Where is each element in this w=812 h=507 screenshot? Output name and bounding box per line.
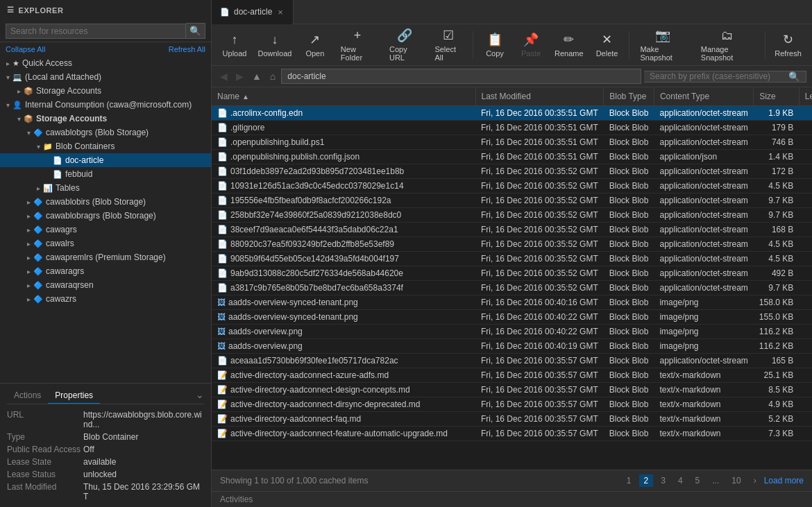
- tree-item-storage-accounts[interactable]: ▾ 📦 Storage Accounts: [0, 112, 211, 126]
- table-row[interactable]: 📄880920c37ea5f093249bf2edb2ffb85e53ef89 …: [212, 237, 812, 252]
- table-row[interactable]: 📄195556e4fb5fbeaf0db9f8acfcf200266c192a …: [212, 194, 812, 208]
- rename-button[interactable]: ✏ Rename: [550, 29, 589, 60]
- tree-item-quick-access[interactable]: ▸ ★ Quick Access: [0, 56, 211, 70]
- cell-name: 🖼aadds-overview.png: [212, 325, 475, 339]
- cell-blob-type: Block Blob: [604, 208, 654, 223]
- page-ellipsis[interactable]: ...: [707, 474, 724, 487]
- table-row[interactable]: 📄aceaaa1d5730bb69f30fee1fe05717dca782ac …: [212, 354, 812, 368]
- table-row[interactable]: 📄10931e126d51ac3d9c0c45edcc0378029e1c14 …: [212, 179, 812, 194]
- bottom-panel-close[interactable]: ⌄: [196, 389, 204, 400]
- table-row[interactable]: 🖼aadds-overview.png Fri, 16 Dec 2016 00:…: [212, 339, 812, 354]
- page-2-button[interactable]: 2: [639, 474, 654, 487]
- refresh-icon: ↻: [783, 32, 793, 47]
- tree-item-blob-containers[interactable]: ▾ 📁 Blob Containers: [0, 139, 211, 153]
- up-button[interactable]: ▲: [249, 69, 264, 83]
- cell-content-type: application/octet-stream: [654, 223, 753, 237]
- cell-blob-type: Block Blob: [604, 179, 654, 194]
- cell-blob-type: Block Blob: [604, 354, 654, 368]
- page-next-button[interactable]: ›: [749, 474, 761, 487]
- page-10-button[interactable]: 10: [727, 474, 745, 487]
- path-input[interactable]: [281, 69, 641, 84]
- cell-content-type: text/x-markdown: [654, 412, 753, 427]
- tree-item-doc-article[interactable]: 📄 doc-article: [0, 153, 211, 167]
- tree-item-cawablobirs[interactable]: ▸ 🔷 cawablobirs (Blob Storage): [0, 195, 211, 209]
- col-name[interactable]: Name ▲: [212, 87, 475, 106]
- table-row[interactable]: 📝active-directory-aadconnect-azure-adfs.…: [212, 368, 812, 383]
- col-content-type[interactable]: Content Type: [654, 87, 753, 106]
- prefix-search-button[interactable]: 🔍: [788, 71, 800, 82]
- tree-item-cawaraqrsen[interactable]: ▸ 🔷 cawaraqrsen: [0, 278, 211, 292]
- table-row[interactable]: 📝active-directory-aadconnect-dirsync-dep…: [212, 397, 812, 412]
- load-more-button[interactable]: Load more: [764, 476, 804, 485]
- copy-button[interactable]: 📋 Copy: [477, 29, 512, 60]
- tree-item-cawagrs[interactable]: ▸ 🔷 cawagrs: [0, 223, 211, 237]
- table-row[interactable]: 🖼aadds-overview-synced-tenant.png Fri, 1…: [212, 295, 812, 310]
- cell-name: 📄9ab9d313088c280c5df276334de568ab44620e: [212, 266, 475, 281]
- manage-snapshot-button[interactable]: 🗂 Manage Snapshot: [694, 26, 761, 65]
- tree-item-cawaragrs[interactable]: ▸ 🔷 cawaragrs: [0, 264, 211, 278]
- tree-item-febbuid[interactable]: 📄 febbuid: [0, 167, 211, 181]
- page-1-button[interactable]: 1: [622, 474, 636, 487]
- table-row[interactable]: 📄03f1ddeb3897e2ad2d93b895d7203481ee1b8b …: [212, 164, 812, 179]
- page-4-button[interactable]: 4: [673, 474, 688, 487]
- page-5-button[interactable]: 5: [691, 474, 705, 487]
- tree-item-cawapremlrs[interactable]: ▸ 🔷 cawapremlrs (Premium Storage): [0, 250, 211, 264]
- blob-icon: 🔷: [33, 225, 43, 234]
- tree-item-internal-consumption[interactable]: ▾ 👤 Internal Consumption (cawa@microsoft…: [0, 98, 211, 112]
- tree-item-cawablobragrs[interactable]: ▸ 🔷 cawablobragrs (Blob Storage): [0, 209, 211, 223]
- make-snapshot-button[interactable]: 📷 Make Snapshot: [633, 25, 692, 65]
- table-row[interactable]: 📄9ab9d313088c280c5df276334de568ab44620e …: [212, 266, 812, 281]
- col-lease-state[interactable]: Lease State: [799, 87, 812, 106]
- table-row[interactable]: 📄.openpublishing.build.ps1 Fri, 16 Dec 2…: [212, 135, 812, 150]
- download-button[interactable]: ↓ Download: [253, 30, 296, 60]
- table-row[interactable]: 📄9085b9f64d55eb05ce142d439a5fd4b004f197 …: [212, 252, 812, 266]
- file-type-icon: 📄: [217, 239, 228, 249]
- tree-item-local[interactable]: ▾ 💻 (Local and Attached): [0, 70, 211, 84]
- cell-modified: Fri, 16 Dec 2016 00:35:52 GMT: [475, 252, 604, 266]
- tab-doc-article[interactable]: 📄 doc-article ×: [212, 0, 294, 24]
- tree-item-cawalrs[interactable]: ▸ 🔷 cawalrs: [0, 237, 211, 250]
- back-button[interactable]: ◀: [217, 69, 230, 83]
- col-last-modified[interactable]: Last Modified: [475, 87, 604, 106]
- table-row[interactable]: 📝active-directory-aadconnect-faq.md Fri,…: [212, 412, 812, 427]
- table-row[interactable]: 🖼aadds-overview-synced-tenant.png Fri, 1…: [212, 310, 812, 325]
- new-folder-button[interactable]: + New Folder: [334, 26, 381, 65]
- collapse-all-button[interactable]: Collapse All: [6, 45, 45, 53]
- refresh-button[interactable]: ↻ Refresh: [770, 29, 806, 60]
- prefix-search-input[interactable]: [650, 71, 788, 81]
- table-row[interactable]: 📄.acrolinx-config.edn Fri, 16 Dec 2016 0…: [212, 106, 812, 121]
- table-row[interactable]: 📝active-directory-aadconnect-design-conc…: [212, 383, 812, 397]
- prop-value: Off: [83, 445, 94, 454]
- file-type-icon: 📝: [217, 385, 228, 395]
- paste-button[interactable]: 📌 Paste: [514, 29, 548, 60]
- table-row[interactable]: 📄a3817c9b765e8b05b7be8bd7ec6ba658a3374f …: [212, 281, 812, 295]
- open-button[interactable]: ↗ Open: [298, 29, 332, 60]
- refresh-all-button[interactable]: Refresh All: [169, 45, 205, 53]
- table-row[interactable]: 📝active-directory-aadconnect-feature-aut…: [212, 427, 812, 441]
- cell-modified: Fri, 16 Dec 2016 00:35:57 GMT: [475, 354, 604, 368]
- upload-button[interactable]: ↑ Upload: [217, 30, 252, 60]
- tree-item-storage-local[interactable]: ▸ 📦 Storage Accounts: [0, 84, 211, 98]
- col-blob-type[interactable]: Blob Type: [604, 87, 654, 106]
- delete-button[interactable]: ✕ Delete: [590, 29, 625, 60]
- table-row[interactable]: 📄38ceef7d9aeaca0e6f54443f3a5dabd06c22a1 …: [212, 223, 812, 237]
- search-button[interactable]: 🔍: [186, 23, 205, 39]
- home-button[interactable]: ⌂: [267, 69, 278, 83]
- copy-url-button[interactable]: 🔗 Copy URL: [382, 25, 426, 65]
- page-3-button[interactable]: 3: [656, 474, 670, 487]
- select-all-button[interactable]: ☑ Select All: [428, 25, 468, 65]
- tab-actions[interactable]: Actions: [7, 388, 48, 404]
- forward-button[interactable]: ▶: [233, 69, 246, 83]
- tree-item-cawazrs[interactable]: ▸ 🔷 cawazrs: [0, 292, 211, 306]
- table-row[interactable]: 📄.gitignore Fri, 16 Dec 2016 00:35:51 GM…: [212, 121, 812, 135]
- table-row[interactable]: 🖼aadds-overview.png Fri, 16 Dec 2016 00:…: [212, 325, 812, 339]
- tree-item-cawablobgrs[interactable]: ▾ 🔷 cawablobgrs (Blob Storage): [0, 126, 211, 139]
- table-row[interactable]: 📄.openpublishing.publish.config.json Fri…: [212, 150, 812, 164]
- blob-icon: 🔷: [33, 281, 43, 290]
- tab-close-button[interactable]: ×: [276, 7, 285, 17]
- col-size[interactable]: Size: [754, 87, 799, 106]
- search-input[interactable]: [6, 24, 186, 39]
- tree-item-tables[interactable]: ▸ 📊 Tables: [0, 181, 211, 195]
- tab-properties[interactable]: Properties: [48, 388, 100, 404]
- table-row[interactable]: 📄258bbf32e74e39860f25a0839d9212038e8dc0 …: [212, 208, 812, 223]
